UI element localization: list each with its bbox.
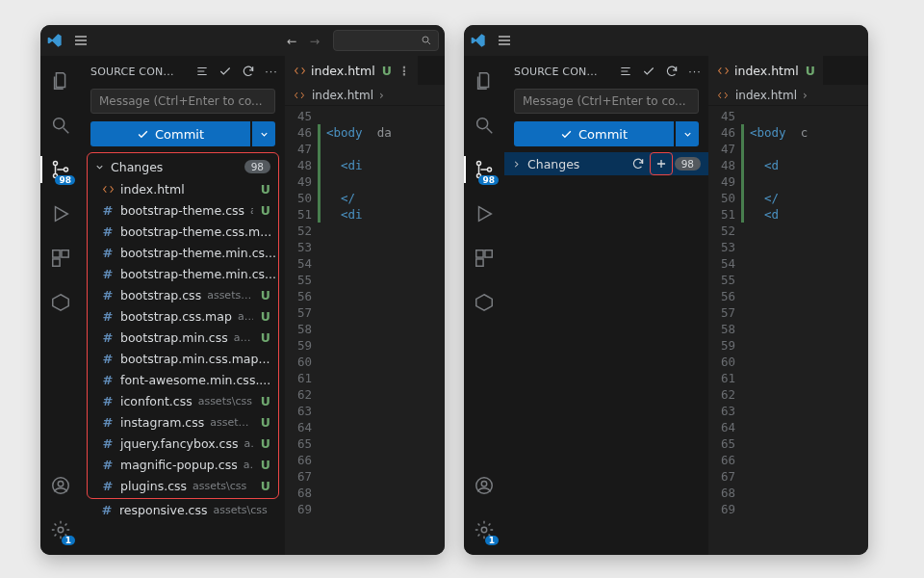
annotation-highlight-stage-all [650,152,673,175]
commit-check-icon[interactable] [639,62,658,81]
breadcrumb[interactable]: index.html › [708,85,868,106]
activity-search[interactable] [40,106,81,144]
activity-source-control[interactable]: 98 [464,150,504,189]
svg-point-10 [58,527,64,533]
code-editor[interactable]: 4546474849505152535455565758596061626364… [285,106,445,555]
chevron-right-icon [510,158,522,170]
editor-tab[interactable]: index.html U ⋮ [285,56,418,85]
file-name: iconfont.css [120,394,192,408]
file-row[interactable]: #bootstrap-theme.cssass...U [88,199,278,221]
file-row[interactable]: #bootstrap-theme.min.cs...U [88,263,278,284]
activity-source-control[interactable]: 98 [40,150,81,189]
file-row[interactable]: #bootstrap.min.cssassets...U [88,327,278,348]
file-css-icon: # [101,246,115,259]
stage-all-icon[interactable] [652,154,671,173]
command-search-input[interactable] [333,30,439,51]
commit-button[interactable]: Commit [90,121,250,146]
activity-account[interactable] [40,466,81,505]
file-row[interactable]: #magnific-popup.cssass...U [88,454,278,475]
more-actions-icon[interactable]: ··· [685,62,705,81]
commit-message-input[interactable]: Message (Ctrl+Enter to co... [514,89,699,114]
changes-count-badge: 98 [675,157,701,171]
file-row[interactable]: #instagram.cssassets\cssU [88,411,278,433]
file-name: font-awesome.min.css.... [120,373,270,387]
settings-badge: 1 [62,536,75,545]
file-row[interactable]: index.htmlU [88,178,278,199]
file-row[interactable]: #plugins.cssassets\cssU [88,475,278,496]
svg-point-0 [423,37,428,42]
commit-button-label: Commit [155,127,204,142]
changes-section-header[interactable]: Changes 98 [88,155,278,178]
activity-explorer[interactable] [464,62,504,100]
file-name: magnific-popup.css [120,458,238,472]
view-as-tree-icon[interactable] [192,62,212,81]
activity-search[interactable] [464,106,504,144]
tab-more-icon[interactable]: ⋮ [398,64,411,78]
file-html-icon [716,64,730,77]
scm-badge: 98 [478,175,499,185]
discard-all-icon[interactable] [629,154,648,173]
commit-button[interactable]: Commit [514,121,674,146]
file-status: U [259,309,270,324]
svg-rect-16 [485,250,492,257]
nav-forward-icon[interactable]: → [306,32,323,49]
file-css-icon: # [101,415,115,429]
file-name: bootstrap.css [120,288,201,302]
editor-tabs: index.html U ⋮ [285,56,445,85]
more-actions-icon[interactable]: ··· [262,62,281,81]
activity-account[interactable] [464,466,504,505]
file-css-icon: # [101,288,115,302]
file-row[interactable]: #font-awesome.min.css....U [88,369,278,390]
svg-point-20 [481,527,487,533]
svg-point-1 [54,118,64,129]
commit-message-input[interactable]: Message (Ctrl+Enter to co... [90,89,275,114]
file-row[interactable]: #bootstrap.cssassets\cssU [88,284,278,305]
tab-status: U [804,64,815,78]
chevron-right-icon: › [379,89,384,102]
file-row[interactable]: # responsive.css assets\css [81,499,285,520]
editor-tab[interactable]: index.html U [708,56,823,85]
activity-bar: 98 1 [40,56,81,555]
file-row[interactable]: #bootstrap-theme.min.cs...U [88,242,278,263]
activity-remote[interactable] [40,283,81,322]
activity-extensions[interactable] [464,239,504,277]
activity-settings[interactable]: 1 [40,511,81,549]
code-editor[interactable]: 4546474849505152535455565758596061626364… [708,106,868,555]
refresh-icon[interactable] [239,62,258,81]
file-row[interactable]: #bootstrap.min.css.map...U [88,348,278,369]
view-as-tree-icon[interactable] [616,62,635,81]
file-row[interactable]: #bootstrap-theme.css.m...U [88,221,278,242]
file-html-icon [101,182,115,196]
activity-extensions[interactable] [40,239,81,277]
check-icon [137,128,149,141]
file-css-icon: # [101,309,115,323]
menu-icon[interactable] [497,33,512,48]
file-path: assets\css [207,289,253,302]
changes-section-header[interactable]: Changes 98 [504,152,708,175]
svg-rect-15 [476,250,483,257]
refresh-icon[interactable] [662,62,681,81]
file-name: bootstrap-theme.min.cs... [120,267,276,281]
menu-icon[interactable] [73,33,89,48]
commit-dropdown-button[interactable] [252,121,275,146]
nav-back-icon[interactable]: ← [283,32,300,49]
file-row[interactable]: #jquery.fancybox.cssass...U [88,433,278,454]
activity-settings[interactable]: 1 [464,511,504,549]
breadcrumb[interactable]: index.html › [285,85,445,106]
file-css-icon: # [101,203,115,217]
file-path: assets\css [214,504,277,516]
file-row[interactable]: #iconfont.cssassets\cssU [88,390,278,411]
svg-rect-6 [62,250,68,257]
file-status: U [259,182,270,197]
commit-dropdown-button[interactable] [676,121,699,146]
file-path: asset... [238,310,253,323]
file-css-icon: # [101,479,115,492]
activity-run-debug[interactable] [40,195,81,233]
activity-run-debug[interactable] [464,195,504,233]
commit-check-icon[interactable] [216,62,235,81]
file-row[interactable]: #bootstrap.css.mapasset...U [88,305,278,327]
file-status: U [259,203,270,218]
activity-explorer[interactable] [40,62,81,100]
file-status: U [259,330,270,345]
activity-remote[interactable] [464,283,504,322]
